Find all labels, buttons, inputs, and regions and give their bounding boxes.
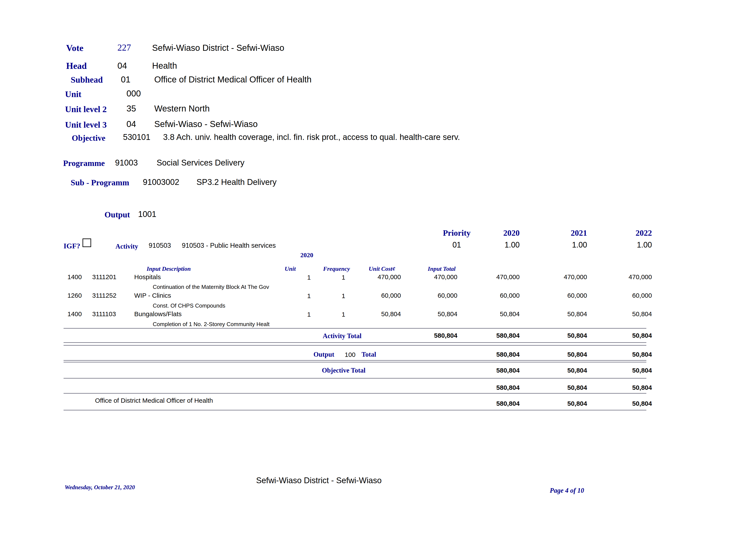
divider	[64, 360, 646, 361]
row-y2020: 50,804	[500, 310, 520, 318]
row-input-total: 50,804	[438, 310, 457, 318]
footer-title: Sefwi-Wiaso District - Sefwi-Wiaso	[237, 476, 401, 485]
divider	[64, 345, 646, 346]
row-y2021: 50,804	[567, 310, 587, 318]
objective-desc: 3.8 Ach. univ. health coverage, incl. fi…	[163, 133, 460, 142]
igf-checkbox[interactable]	[83, 239, 91, 247]
priority-value: 01	[440, 241, 474, 249]
row-unit: 1	[303, 311, 315, 318]
objective-total-2021: 50,804	[567, 367, 587, 374]
activity-total-2021: 50,804	[567, 332, 587, 339]
year-sub-header: 2020	[300, 251, 313, 259]
row-input-total: 470,000	[434, 273, 457, 280]
row-y2021: 60,000	[567, 292, 587, 299]
row-frequency: 1	[337, 292, 350, 299]
activity-code: 910503	[148, 242, 171, 249]
activity-total-input-total: 580,804	[434, 332, 457, 339]
row-description: WIP - Clinics	[134, 292, 171, 299]
row-unit-cost: 50,804	[381, 310, 401, 318]
office-total-2020: 580,804	[497, 400, 520, 407]
row-unit-cost: 60,000	[381, 292, 401, 299]
unit-level2-code: 35	[126, 104, 136, 113]
subhead-code: 01	[121, 75, 131, 84]
output-total-suffix: Total	[362, 351, 376, 358]
row-y2021: 470,000	[564, 273, 587, 280]
unit-level3-label: Unit level 3	[65, 120, 107, 130]
vote-label: Vote	[66, 43, 83, 53]
row-frequency: 1	[337, 274, 350, 281]
programme-label: Programme	[63, 159, 105, 168]
footer-page-number: Page 4 of 10	[550, 487, 584, 494]
output-code: 1001	[138, 210, 156, 219]
programme-desc: Social Services Delivery	[157, 158, 245, 167]
row-unit: 1	[303, 274, 315, 281]
row-code: 3111103	[92, 310, 116, 318]
objective-total-2022: 50,804	[632, 367, 652, 374]
divider	[64, 410, 646, 411]
row-fund: 1260	[68, 292, 82, 299]
unit-level2-desc: Western North	[154, 104, 210, 113]
row-code: 3111201	[92, 273, 116, 280]
activity-label: Activity	[116, 243, 138, 250]
row-code: 3111252	[92, 292, 116, 299]
row-fund: 1400	[68, 310, 82, 318]
year-header-2020: 2020	[503, 229, 520, 238]
row-description: Hospitals	[134, 273, 161, 280]
objective-label: Objective	[72, 134, 105, 143]
row-note: Completion of 1 No. 2-Storey Community H…	[153, 321, 270, 327]
programme-code: 91003	[115, 158, 138, 167]
row-y2022: 470,000	[629, 273, 652, 280]
subhead-label: Subhead	[71, 75, 103, 85]
sub-programme-code: 91003002	[143, 178, 179, 187]
year-header-2021: 2021	[571, 229, 587, 238]
igf-label: IGF?	[64, 242, 80, 250]
subhead-desc: Office of District Medical Officer of He…	[154, 75, 311, 84]
divider	[64, 342, 646, 343]
divider	[64, 378, 646, 379]
unit-level3-code: 04	[126, 119, 136, 129]
unit-label: Unit	[65, 89, 81, 99]
head-desc: Health	[152, 61, 177, 70]
office-total-2021: 50,804	[567, 400, 587, 407]
unit-level2-label: Unit level 2	[65, 105, 107, 114]
row-note: Const. Of CHPS Compounds	[153, 303, 225, 309]
output-label: Output	[104, 210, 130, 219]
vote-code: 227	[118, 43, 131, 53]
vote-desc: Sefwi-Wiaso District - Sefwi-Wiaso	[152, 43, 284, 53]
row-y2020: 470,000	[497, 273, 520, 280]
sub-programme-desc: SP3.2 Health Delivery	[197, 178, 277, 187]
output-total-2021: 50,804	[567, 351, 587, 358]
row-y2022: 50,804	[632, 310, 652, 318]
objective-code: 530101	[123, 133, 150, 142]
row-fund: 1400	[68, 273, 82, 280]
budget-document-page: Vote 227 Sefwi-Wiaso District - Sefwi-Wi…	[0, 0, 756, 534]
office-total-2022: 50,804	[632, 400, 652, 407]
subtotal-2020: 580,804	[497, 384, 520, 391]
subtotal-2021: 50,804	[567, 384, 587, 391]
activity-desc: 910503 - Public Health services	[182, 242, 276, 249]
row-frequency: 1	[337, 311, 350, 318]
row-unit-cost: 470,000	[378, 273, 401, 280]
col-header-unit-cost: Unit Cost¢	[356, 266, 408, 272]
sub-programme-label: Sub - Programm	[71, 178, 129, 187]
row-y2022: 60,000	[632, 292, 652, 299]
unit-level3-desc: Sefwi-Wiaso - Sefwi-Wiaso	[154, 119, 258, 129]
subtotal-2022: 50,804	[632, 384, 652, 391]
unit-code: 000	[126, 89, 141, 98]
row-description: Bungalows/Flats	[134, 310, 182, 318]
priority-header: Priority	[440, 229, 474, 238]
col-header-input-total: Input Total	[416, 266, 468, 272]
row-y2020: 60,000	[500, 292, 520, 299]
footer-date: Wednesday, October 21, 2020	[65, 484, 135, 491]
activity-total-2022: 50,804	[632, 332, 652, 339]
year-header-2022: 2022	[635, 229, 652, 238]
activity-total-2020: 580,804	[497, 332, 520, 339]
row-input-total: 60,000	[438, 292, 457, 299]
output-total-2020: 580,804	[497, 351, 520, 358]
weight-2021: 1.00	[572, 241, 587, 249]
row-unit: 1	[303, 292, 315, 299]
col-header-input-description: Input Description	[136, 266, 201, 272]
output-total-2022: 50,804	[632, 351, 652, 358]
col-header-frequency: Frequency	[315, 266, 358, 272]
divider	[64, 362, 646, 363]
